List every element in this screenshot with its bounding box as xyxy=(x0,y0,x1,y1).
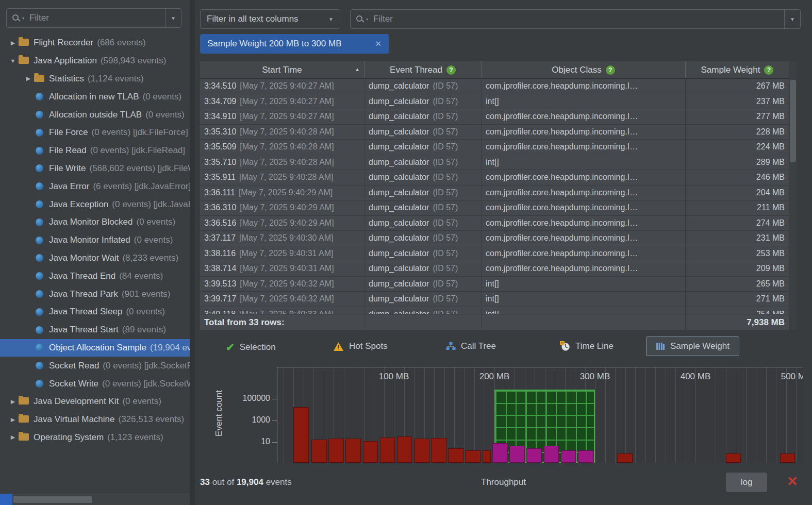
histogram-bar[interactable] xyxy=(448,448,463,463)
histogram-bar[interactable] xyxy=(311,440,327,463)
histogram-bar[interactable] xyxy=(465,450,480,463)
sample-weight-cell: 254 MB xyxy=(686,307,789,314)
histogram-bar-selected[interactable] xyxy=(561,450,576,463)
tree-item-file-force[interactable]: File Force(0 events) [jdk.FileForce] xyxy=(0,124,190,142)
histogram-bar[interactable] xyxy=(726,453,741,463)
column-header-sample-weight[interactable]: Sample Weight? xyxy=(686,61,789,78)
tab-hot-spots[interactable]: !Hot Spots xyxy=(333,341,388,351)
column-header-event-thread[interactable]: Event Thread? xyxy=(364,61,482,78)
tree-item-java-virtual-machine[interactable]: ▶Java Virtual Machine(326,513 events) xyxy=(0,411,190,429)
histogram-bar[interactable] xyxy=(380,437,395,463)
tree-item-socket-write[interactable]: Socket Write(0 events) [jdk.SocketWrite] xyxy=(0,375,190,393)
tree-item-java-error[interactable]: Java Error(6 events) [jdk.JavaError] xyxy=(0,177,190,195)
histogram-bar[interactable] xyxy=(293,407,309,463)
tree-item-socket-read[interactable]: Socket Read(0 events) [jdk.SocketRead] xyxy=(0,357,190,375)
tree-collapsed-arrow-icon[interactable]: ▶ xyxy=(7,434,19,441)
table-filter-field[interactable] xyxy=(351,10,784,28)
histogram-bar[interactable] xyxy=(414,439,429,463)
help-icon[interactable]: ? xyxy=(764,65,773,75)
tree-collapsed-arrow-icon[interactable]: ▶ xyxy=(23,75,34,82)
close-icon[interactable] xyxy=(787,474,798,490)
histogram-bar-selected[interactable] xyxy=(492,443,508,463)
sidebar-horizontal-scrollbar[interactable] xyxy=(0,494,190,505)
tree-item-java-monitor-wait[interactable]: Java Monitor Wait(8,233 events) xyxy=(0,249,190,267)
table-row[interactable]: 3:34.510[May 7, 2025 9:40:27 AM]dump_cal… xyxy=(200,79,789,94)
tree-expanded-arrow-icon[interactable]: ▼ xyxy=(7,58,19,64)
tree-item-allocation-in-new-tlab[interactable]: Allocation in new TLAB(0 events) xyxy=(0,88,190,106)
help-icon[interactable]: ? xyxy=(606,65,615,75)
table-filter-dropdown-button[interactable] xyxy=(784,10,800,28)
tab-call-tree[interactable]: Call Tree xyxy=(446,341,496,351)
tree-item-flight-recorder[interactable]: ▶Flight Recorder(686 events) xyxy=(0,34,190,52)
table-row[interactable]: 3:35.710[May 7, 2025 9:40:28 AM]dump_cal… xyxy=(200,155,789,171)
start-time-date: [May 7, 2025 9:40:31 AM] xyxy=(240,264,334,273)
tree-item-file-read[interactable]: File Read(0 events) [jdk.FileRead] xyxy=(0,142,190,160)
histogram-bar-selected[interactable] xyxy=(578,450,594,463)
histogram-bar[interactable] xyxy=(397,436,412,463)
tree-item-allocation-outside-tlab[interactable]: Allocation outside TLAB(0 events) xyxy=(0,106,190,124)
table-row[interactable]: 3:36.516[May 7, 2025 9:40:29 AM]dump_cal… xyxy=(200,216,789,231)
tree-item-java-thread-end[interactable]: Java Thread End(84 events) xyxy=(0,267,190,285)
histogram-bar[interactable] xyxy=(483,450,491,463)
histogram-bar[interactable] xyxy=(617,453,633,463)
filter-chip-sample-weight[interactable]: Sample Weight 200 MB to 300 MB xyxy=(200,34,389,54)
table-row[interactable]: 3:40.118[May 7, 2025 9:40:33 AM]dump_cal… xyxy=(200,307,789,314)
column-filter-select[interactable]: Filter in all text columns xyxy=(200,9,340,29)
tab-selection[interactable]: ✔Selection xyxy=(226,341,276,354)
remove-filter-icon[interactable] xyxy=(375,39,382,48)
tree-item-java-monitor-inflated[interactable]: Java Monitor Inflated(0 events) xyxy=(0,231,190,249)
histogram-bar[interactable] xyxy=(328,439,344,463)
histogram-bar[interactable] xyxy=(431,438,446,463)
histogram-bar[interactable] xyxy=(780,453,796,463)
column-header-start-time[interactable]: Start Time▲ xyxy=(200,61,364,78)
tree-item-object-allocation-sample[interactable]: Object Allocation Sample(19,904 events) xyxy=(0,339,190,357)
histogram-bar-selected[interactable] xyxy=(526,448,542,463)
table-row[interactable]: 3:38.714[May 7, 2025 9:40:31 AM]dump_cal… xyxy=(200,261,789,277)
table-row[interactable]: 3:39.513[May 7, 2025 9:40:32 AM]dump_cal… xyxy=(200,277,789,292)
column-header-object-class[interactable]: Object Class? xyxy=(482,61,686,78)
tab-sample-weight[interactable]: Sample Weight xyxy=(646,336,739,356)
panel-divider[interactable] xyxy=(190,0,195,505)
tree-item-java-application[interactable]: ▼Java Application(598,943 events) xyxy=(0,52,190,70)
table-row[interactable]: 3:36.111[May 7, 2025 9:40:29 AM]dump_cal… xyxy=(200,186,789,201)
table-row[interactable]: 3:39.717[May 7, 2025 9:40:32 AM]dump_cal… xyxy=(200,292,789,307)
table-row[interactable]: 3:34.709[May 7, 2025 9:40:27 AM]dump_cal… xyxy=(200,94,789,110)
tree-collapsed-arrow-icon[interactable]: ▶ xyxy=(7,416,19,423)
sidebar-filter-dropdown-button[interactable] xyxy=(165,9,181,27)
tree-item-java-thread-park[interactable]: Java Thread Park(901 events) xyxy=(0,285,190,303)
table-row[interactable]: 3:36.310[May 7, 2025 9:40:29 AM]dump_cal… xyxy=(200,200,789,216)
table-vertical-scrollbar[interactable] xyxy=(789,61,797,329)
table-row[interactable]: 3:37.117[May 7, 2025 9:40:30 AM]dump_cal… xyxy=(200,231,789,246)
table-filter-input[interactable] xyxy=(372,13,784,25)
tree-item-java-thread-start[interactable]: Java Thread Start(89 events) xyxy=(0,321,190,339)
tree-item-name: Java Thread Start xyxy=(49,325,119,335)
table-row[interactable]: 3:35.310[May 7, 2025 9:40:28 AM]dump_cal… xyxy=(200,125,789,140)
tree-item-java-development-kit[interactable]: ▶Java Development Kit(0 events) xyxy=(0,393,190,411)
tree-item-java-thread-sleep[interactable]: Java Thread Sleep(0 events) xyxy=(0,303,190,321)
sort-ascending-icon[interactable]: ▲ xyxy=(355,66,360,72)
histogram-bar[interactable] xyxy=(345,439,361,463)
tree-item-java-exception[interactable]: Java Exception(0 events) [jdk.JavaExcept… xyxy=(0,195,190,213)
tree-item-file-write[interactable]: File Write(568,602 events) [jdk.FileWrit… xyxy=(0,160,190,178)
table-row[interactable]: 3:38.116[May 7, 2025 9:40:31 AM]dump_cal… xyxy=(200,246,789,262)
jprofiler-event-browser: ▶Flight Recorder(686 events)▼Java Applic… xyxy=(0,0,812,505)
histogram-bar[interactable] xyxy=(363,441,378,463)
tab-time-line[interactable]: 12Time Line xyxy=(560,341,614,351)
tree-collapsed-arrow-icon[interactable]: ▶ xyxy=(7,40,19,46)
table-row[interactable]: 3:35.911[May 7, 2025 9:40:28 AM]dump_cal… xyxy=(200,170,789,186)
tree-item-statistics[interactable]: ▶Statistics(1,124 events) xyxy=(0,70,190,88)
plot-area[interactable]: 100 MB200 MB300 MB400 MB500 MB xyxy=(277,367,803,463)
horizontal-scrollbar-thumb[interactable] xyxy=(13,496,92,503)
tree-item-operating-system[interactable]: ▶Operating System(1,123 events) xyxy=(0,429,190,447)
tree-item-java-monitor-blocked[interactable]: Java Monitor Blocked(0 events) xyxy=(0,213,190,231)
table-row[interactable]: 3:35.509[May 7, 2025 9:40:28 AM]dump_cal… xyxy=(200,140,789,155)
histogram-bar-selected[interactable] xyxy=(509,446,525,463)
help-icon[interactable]: ? xyxy=(446,65,456,75)
tree-collapsed-arrow-icon[interactable]: ▶ xyxy=(7,398,19,405)
sidebar-filter-input[interactable] xyxy=(28,12,165,24)
vertical-scrollbar-thumb[interactable] xyxy=(790,80,796,162)
table-row[interactable]: 3:34.910[May 7, 2025 9:40:27 AM]dump_cal… xyxy=(200,109,789,125)
sidebar-filter-field[interactable] xyxy=(7,9,165,27)
histogram-bar-selected[interactable] xyxy=(544,446,559,463)
log-scale-button[interactable]: log xyxy=(726,473,767,492)
